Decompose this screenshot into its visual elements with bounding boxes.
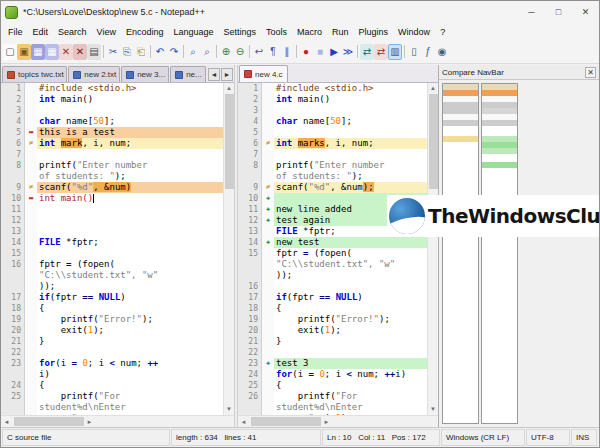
code-line[interactable]: 7 (238, 149, 427, 160)
status-encoding[interactable]: UTF-8 (526, 429, 570, 446)
scroll-right-icon[interactable]: ► (321, 416, 332, 428)
stop-macro-icon[interactable]: ■ (313, 44, 327, 60)
code-line[interactable]: 3 (1, 105, 223, 116)
code-line[interactable]: 1#include <stdio.h> (1, 83, 223, 94)
code-line[interactable]: 25{ (238, 380, 427, 391)
code-line[interactable]: of students: "); (1, 171, 223, 182)
run-macro-multiple-icon[interactable]: ≫ (341, 44, 355, 60)
code-line[interactable]: student%d\nEnter (238, 402, 427, 413)
tab-scroll-right-icon[interactable]: ► (221, 68, 233, 81)
left-vertical-scrollbar[interactable]: ▲ ▼ (223, 83, 234, 415)
code-line[interactable]: 15 (1, 248, 223, 259)
menu-encoding[interactable]: Encoding (121, 25, 169, 39)
save-icon[interactable]: ▦ (31, 44, 45, 60)
tab-scroll-left-icon[interactable]: ◄ (208, 68, 220, 81)
scrollbar-thumb[interactable] (225, 94, 234, 189)
code-line[interactable]: 1#include <stdio.h> (238, 83, 427, 94)
navbar-right-column[interactable] (481, 83, 518, 424)
menu-macro[interactable]: Macro (292, 25, 327, 39)
code-line[interactable]: 26 printf("For (238, 391, 427, 402)
monitoring-icon[interactable]: ◉ (435, 44, 449, 60)
left-editor-lines[interactable]: 1#include <stdio.h>2int main()34char nam… (1, 83, 223, 415)
code-line[interactable]: 8printf("Enter number (1, 160, 223, 171)
navbar-stripe[interactable] (443, 126, 478, 136)
code-line[interactable]: 6≠int marks, i, num; (238, 138, 427, 149)
right-vertical-scrollbar[interactable]: ▲ ▼ (427, 83, 438, 415)
code-line[interactable]: 15fptr = (fopen( (238, 248, 427, 259)
navbar-stripe[interactable] (482, 168, 517, 198)
code-line[interactable]: 16fptr = (fopen( (1, 259, 223, 270)
code-line[interactable]: 11 (1, 204, 223, 215)
zoom-in-icon[interactable]: ⊕ (219, 44, 233, 60)
navbar-stripe[interactable] (482, 126, 517, 136)
play-macro-icon[interactable]: ▶ (327, 44, 341, 60)
code-line[interactable]: 19 printf("Error!"); (238, 314, 427, 325)
code-line[interactable]: )); (1, 281, 223, 292)
code-line[interactable]: 17if(fptr == NULL) (1, 292, 223, 303)
code-line[interactable]: 10▬int main() (1, 193, 223, 204)
scrollbar-thumb[interactable] (429, 94, 438, 189)
code-line[interactable]: "C:\\student.txt", "w" (1, 270, 223, 281)
open-folder-icon[interactable]: ▣ (17, 44, 31, 60)
code-line[interactable]: 2int main() (1, 94, 223, 105)
document-map-icon[interactable]: ▯ (407, 44, 421, 60)
code-line[interactable]: 18{ (1, 303, 223, 314)
code-line[interactable]: 18{ (238, 303, 427, 314)
scroll-down-icon[interactable]: ▼ (224, 404, 234, 415)
menu-tools[interactable]: Tools (261, 25, 292, 39)
code-line[interactable]: 16 (238, 281, 427, 292)
scroll-up-icon[interactable]: ▲ (428, 83, 438, 94)
scroll-up-icon[interactable]: ▲ (224, 83, 234, 94)
code-line[interactable]: 5▬this is a test (1, 127, 223, 138)
code-line[interactable]: 23✚test 3 (238, 358, 427, 369)
code-line[interactable]: 21} (238, 336, 427, 347)
code-line[interactable]: 22 (238, 347, 427, 358)
scroll-right-icon[interactable]: ► (84, 416, 95, 428)
scrollbar-thumb[interactable] (251, 417, 321, 426)
code-line[interactable]: 4char name[50]; (1, 116, 223, 127)
code-line[interactable]: 9≠scanf("%d", &num); (238, 182, 427, 193)
code-line[interactable]: 24for(i = 0; i < num; ++i) (238, 369, 427, 380)
code-line[interactable]: 20 exit(1); (1, 325, 223, 336)
close-icon[interactable]: ✕ (59, 44, 73, 60)
zoom-out-icon[interactable]: ⊖ (233, 44, 247, 60)
copy-icon[interactable]: ⎘ (120, 44, 134, 60)
code-line[interactable]: 14✚new test (238, 237, 427, 248)
scroll-down-icon[interactable]: ▼ (428, 404, 438, 415)
code-line[interactable]: 9≠scanf("%d", &num) (1, 182, 223, 193)
code-line[interactable]: 24{ (1, 380, 223, 391)
code-line[interactable]: )); (238, 270, 427, 281)
undo-icon[interactable]: ↶ (153, 44, 167, 60)
indent-guide-icon[interactable]: ∥ (280, 44, 294, 60)
right-horizontal-scrollbar[interactable]: ◄ ► (238, 415, 438, 427)
new-file-icon[interactable]: ▢ (3, 44, 17, 60)
code-line[interactable]: student%d\nEnter (1, 402, 223, 413)
print-icon[interactable]: ▤ (87, 44, 101, 60)
redo-icon[interactable]: ↷ (167, 44, 181, 60)
code-line[interactable]: 8printf("Enter number (238, 160, 427, 171)
navbar-stripe[interactable] (443, 168, 478, 198)
menu-view[interactable]: View (92, 25, 121, 39)
maximize-button[interactable]: □ (545, 1, 572, 23)
save-all-icon[interactable]: ▦ (45, 44, 59, 60)
record-macro-icon[interactable]: ● (299, 44, 313, 60)
replace-icon[interactable]: ⌕ (200, 44, 214, 60)
menu-language[interactable]: Language (168, 25, 218, 39)
scrollbar-thumb[interactable] (14, 417, 84, 426)
menu-window[interactable]: Window (393, 25, 435, 39)
code-line[interactable]: 5 (238, 127, 427, 138)
code-line[interactable]: "C:\\student.txt", "w" (238, 259, 427, 270)
code-line[interactable]: 2int main() (238, 94, 427, 105)
menu-edit[interactable]: Edit (28, 25, 54, 39)
tab-topics-twc-txt[interactable]: topics twc.txt (2, 66, 67, 82)
find-icon[interactable]: ⌕ (186, 44, 200, 60)
menu-help[interactable]: ? (435, 25, 450, 39)
code-line[interactable]: 13 (1, 226, 223, 237)
right-editor-lines[interactable]: 1#include <stdio.h>2int main()34char nam… (238, 83, 427, 415)
navbar-left-column[interactable] (442, 83, 479, 424)
code-line[interactable]: of students: "); (238, 171, 427, 182)
status-eol[interactable]: Windows (CR LF) (441, 429, 525, 446)
code-line[interactable]: 17if(fptr == NULL) (238, 292, 427, 303)
code-line[interactable]: 3 (238, 105, 427, 116)
status-insert-mode[interactable]: INS (571, 429, 597, 446)
